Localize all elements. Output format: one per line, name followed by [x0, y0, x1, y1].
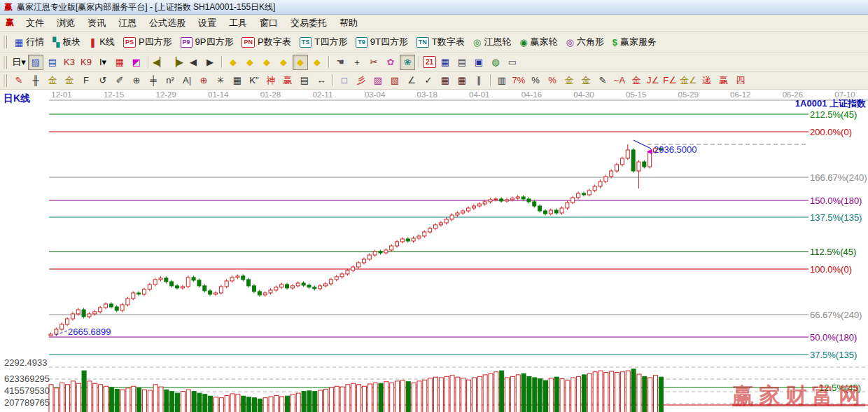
- tick-grid-icon[interactable]: ╫: [28, 73, 43, 88]
- menu-item-browse[interactable]: 浏览: [50, 15, 81, 32]
- zigzag-window-icon[interactable]: ▨: [28, 55, 43, 70]
- gold-square-2-icon[interactable]: 金: [62, 73, 77, 88]
- gold-red-icon[interactable]: 金: [629, 73, 644, 88]
- p-number-table-button[interactable]: PNP数字表: [237, 34, 295, 50]
- zoom-all-diamond-icon[interactable]: ◆: [309, 55, 325, 70]
- cut-tool-icon[interactable]: ✂: [366, 55, 382, 70]
- save-icon[interactable]: ▣: [471, 55, 486, 70]
- kline-period-dropdown-icon[interactable]: 日▾: [11, 55, 27, 70]
- calendar-icon[interactable]: 21: [423, 56, 436, 68]
- menu-item-trade-entrust[interactable]: 交易委托: [284, 15, 333, 32]
- zoom-left-diamond-icon[interactable]: ◆: [225, 55, 241, 70]
- magnet-tool-icon[interactable]: ✿: [383, 55, 398, 70]
- hand-tool-icon[interactable]: ☚: [332, 55, 348, 70]
- hexagon-button[interactable]: ◎六角形: [561, 34, 608, 50]
- menu-item-settings[interactable]: 设置: [192, 15, 223, 32]
- printer-icon[interactable]: ▭: [505, 55, 520, 70]
- market-quotes-button[interactable]: ▦行情: [10, 34, 48, 50]
- k-count-marks-icon[interactable]: K": [246, 73, 262, 88]
- circle-three-icon[interactable]: ⊕: [129, 73, 144, 88]
- parallel-rays-icon[interactable]: ∥: [471, 73, 486, 88]
- gann-web-icon[interactable]: ✳: [213, 73, 228, 88]
- zoom-horizontal-diamond-icon[interactable]: ◆: [259, 55, 274, 70]
- gann-compass-icon[interactable]: ⊕: [196, 73, 211, 88]
- god-grid-icon[interactable]: 神: [263, 73, 279, 88]
- 9p-square-icon: P9: [181, 37, 192, 48]
- drawing-toolbar: ✎╫金金F↺✐⊕╪n²A|⊕✳▦K"神赢▤↔□彡▨▧∠✓▦▦∥▥7%%%金金✎~…: [0, 71, 868, 90]
- percent-7-icon[interactable]: 7%: [511, 73, 526, 88]
- sector-button[interactable]: ▚板块: [48, 34, 85, 50]
- svg-text:05-29: 05-29: [678, 90, 698, 99]
- last-kline-icon[interactable]: ▕▶: [169, 55, 184, 70]
- kline-3-icon[interactable]: K3: [62, 55, 77, 70]
- notes-icon[interactable]: ▤: [454, 55, 470, 70]
- prev-kline-icon[interactable]: ◀: [186, 55, 201, 70]
- percent-icon[interactable]: %: [528, 73, 543, 88]
- color-histogram-icon[interactable]: ◩: [129, 55, 144, 70]
- 9t-square-button[interactable]: T99T四方形: [351, 34, 412, 50]
- zoom-right-diamond-icon[interactable]: ◆: [242, 55, 258, 70]
- chart-area[interactable]: 12-0112-1512-2901-1401-2802-1103-0403-18…: [0, 90, 868, 412]
- menu-item-help[interactable]: 帮助: [333, 15, 364, 32]
- angle-lines-icon[interactable]: ∠: [404, 73, 419, 88]
- menu-item-news[interactable]: 资讯: [81, 15, 112, 32]
- width-measure-icon[interactable]: ↔: [314, 73, 329, 88]
- t-square-button[interactable]: TST四方形: [295, 34, 351, 50]
- kline-9-icon[interactable]: K9: [78, 55, 94, 70]
- f-angle-icon[interactable]: F∠: [662, 73, 678, 88]
- dark-grid-2-icon[interactable]: ▦: [454, 73, 470, 88]
- si-angle-icon[interactable]: 四: [733, 73, 748, 88]
- percent-underline-icon[interactable]: %: [545, 73, 560, 88]
- crosshair-tool-icon[interactable]: ＋: [349, 55, 365, 70]
- first-kline-icon[interactable]: ◀▏: [152, 55, 167, 70]
- menu-item-gann[interactable]: 江恩: [112, 15, 143, 32]
- price-list-icon[interactable]: ▥: [494, 73, 510, 88]
- compress-horizontal-diamond-icon[interactable]: ◆: [276, 55, 291, 70]
- p-square-button[interactable]: PSP四方形: [119, 34, 176, 50]
- select-rect-icon[interactable]: □: [337, 73, 352, 88]
- kline-button[interactable]: ❚K线: [85, 34, 119, 50]
- gold-square-1-icon[interactable]: 金: [45, 73, 60, 88]
- fibonacci-f-icon[interactable]: F: [78, 73, 94, 88]
- j-angle-icon[interactable]: J∠: [645, 73, 661, 88]
- spiral-tool-icon[interactable]: ↺: [95, 73, 111, 88]
- t-number-table-button[interactable]: TNT数字表: [412, 34, 469, 50]
- chart-canvas[interactable]: 12-0112-1512-2901-1401-2802-1103-0403-18…: [0, 90, 868, 412]
- grid-red-icon[interactable]: ▧: [387, 73, 402, 88]
- candle-style-dropdown-icon[interactable]: I▾: [95, 55, 111, 70]
- menu-item-formula-stock-pick[interactable]: 公式选股: [143, 15, 192, 32]
- mirror-a-icon[interactable]: A|: [179, 73, 195, 88]
- zoom-all-boxed-diamond-icon[interactable]: ◆: [293, 55, 308, 70]
- win-angle-icon[interactable]: 赢: [716, 73, 732, 88]
- calculator-icon[interactable]: ▦: [438, 55, 453, 70]
- gold-angle-icon[interactable]: 金∠: [679, 73, 698, 88]
- win-grid-icon[interactable]: 赢: [280, 73, 295, 88]
- brain-tool-icon[interactable]: ❀: [400, 55, 415, 70]
- n-square-icon[interactable]: n²: [162, 73, 178, 88]
- web-link-icon[interactable]: ◍: [488, 55, 503, 70]
- gold-lines-icon[interactable]: 金: [578, 73, 594, 88]
- web-grid-icon[interactable]: ▦: [230, 73, 245, 88]
- wave-check-icon[interactable]: ✓: [421, 73, 436, 88]
- grid-123-icon[interactable]: ▤: [297, 73, 312, 88]
- red-pen-tool-icon[interactable]: ✎: [11, 73, 27, 88]
- 9p-square-button[interactable]: P99P四方形: [176, 34, 238, 50]
- dark-pen-tool-icon[interactable]: ✐: [112, 73, 127, 88]
- menu-item-file[interactable]: 文件: [20, 15, 50, 32]
- grid-pink-icon[interactable]: ▨: [370, 73, 386, 88]
- winner-service-button[interactable]: $赢家服务: [608, 34, 661, 50]
- next-kline-icon[interactable]: ▶: [202, 55, 218, 70]
- a-wave-icon[interactable]: ~A: [612, 73, 627, 88]
- menu-item-window[interactable]: 窗口: [253, 15, 284, 32]
- gold-circle-icon[interactable]: 金: [561, 73, 577, 88]
- ray-fan-icon[interactable]: 彡: [354, 73, 369, 88]
- di-angle-icon[interactable]: 递: [699, 73, 715, 88]
- info-panel-icon[interactable]: ▤: [45, 55, 60, 70]
- tick-grid-2-icon[interactable]: ╪: [146, 73, 161, 88]
- gann-wheel-button[interactable]: ◎江恩轮: [469, 34, 515, 50]
- menu-item-tools[interactable]: 工具: [223, 15, 253, 32]
- dark-grid-1-icon[interactable]: ▦: [438, 73, 453, 88]
- ink-pen-icon[interactable]: ✎: [595, 73, 610, 88]
- pattern-box-icon[interactable]: ▦: [112, 55, 127, 70]
- winner-wheel-button[interactable]: ◉赢家轮: [515, 34, 561, 50]
